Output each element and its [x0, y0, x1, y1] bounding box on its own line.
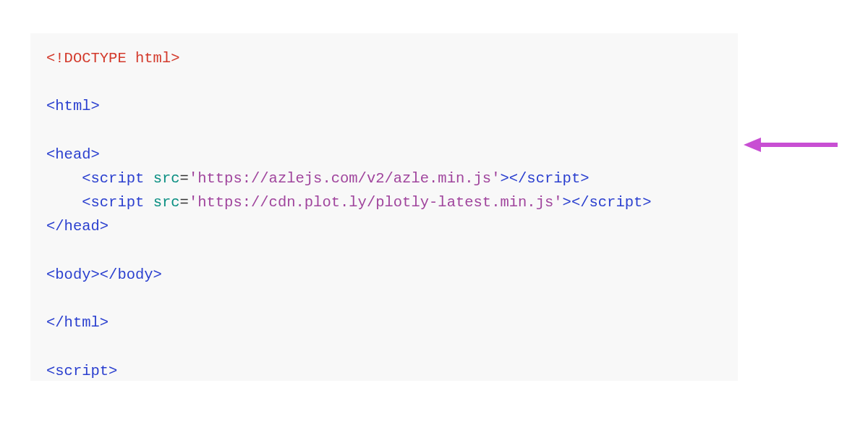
code-html-close: </html> — [46, 314, 109, 331]
code-src-attr-1: src — [144, 170, 179, 187]
code-indent-1 — [46, 170, 82, 187]
code-head-close: </head> — [46, 218, 109, 235]
code-script-close-1: </script> — [509, 170, 590, 187]
code-script-open-bare: <script> — [46, 363, 117, 379]
code-src-val-2: 'https://cdn.plot.ly/plotly-latest.min.j… — [189, 194, 563, 211]
code-gt-1: > — [500, 170, 509, 187]
callout-arrow-icon — [744, 136, 838, 153]
code-script-tag-1: <script — [82, 170, 144, 187]
code-eq-1: = — [180, 170, 189, 187]
code-gt-2: > — [563, 194, 571, 211]
code-body-empty: <body></body> — [46, 266, 162, 283]
code-eq-2: = — [180, 194, 189, 211]
code-html-open: <html> — [46, 98, 100, 114]
code-src-val-1: 'https://azlejs.com/v2/azle.min.js' — [189, 170, 501, 187]
code-head-open: <head> — [46, 146, 100, 163]
svg-marker-1 — [744, 138, 761, 152]
code-src-attr-2: src — [144, 194, 179, 211]
code-script-close-2: </script> — [571, 194, 652, 211]
code-indent-2 — [46, 194, 82, 211]
code-script-tag-2: <script — [82, 194, 144, 211]
code-block: <!DOCTYPE html> <html> <head> <script sr… — [30, 33, 738, 381]
code-doctype: <!DOCTYPE html> — [46, 50, 180, 67]
